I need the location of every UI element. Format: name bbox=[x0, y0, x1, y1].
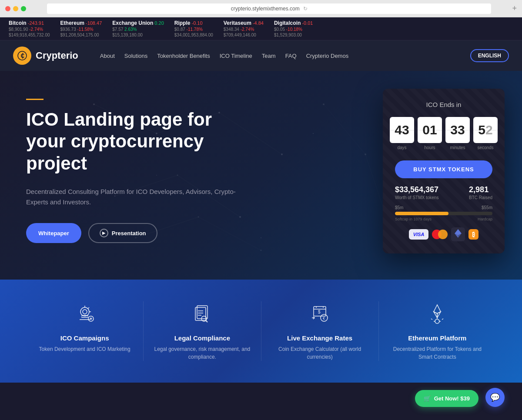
hero-accent-line bbox=[26, 99, 44, 100]
close-button[interactable] bbox=[5, 6, 10, 11]
countdown-days-box: 43 bbox=[390, 117, 414, 143]
feature-desc-ethereum: Decentralized Platform for Tokens and Sm… bbox=[388, 345, 487, 361]
nav-solutions[interactable]: Solutions bbox=[124, 53, 147, 59]
feature-title-exchange: Live Exchange Rates bbox=[270, 334, 370, 342]
mastercard-badge bbox=[432, 230, 448, 239]
presentation-button[interactable]: ▶ Presentation bbox=[88, 223, 157, 243]
coin-price-veritaseum: $348.34 -2.74% bbox=[224, 27, 264, 32]
coin-name-digitalcoin: Digitalcoin bbox=[274, 20, 301, 26]
ticker-exchange-union: Exchange Union 0.20 $7.57 2.63% $15,139,… bbox=[112, 20, 164, 37]
countdown-seconds-label: seconds bbox=[473, 145, 498, 150]
svg-point-22 bbox=[261, 250, 262, 251]
ticker-digitalcoin: Digitalcoin -0.01 $0.05 -10.18% $1,529,9… bbox=[274, 20, 313, 37]
logo-area[interactable]: ₵ Crypterio bbox=[13, 47, 78, 65]
svg-line-31 bbox=[88, 307, 89, 309]
nav-tokenholder[interactable]: Tokenholder Benefits bbox=[157, 53, 210, 59]
coin-volume-bitcoin: $149,918,455,732.00 bbox=[9, 33, 50, 37]
feature-desc-legal: Legal governance, risk management, and c… bbox=[152, 345, 252, 361]
coin-volume-digitalcoin: $1,529,903.00 bbox=[274, 33, 313, 37]
svg-line-43 bbox=[206, 320, 207, 322]
feature-ico-campaigns: ICO Campaigns Token Development and ICO … bbox=[26, 301, 144, 361]
hero-buttons: Whitepaper ▶ Presentation bbox=[26, 223, 252, 243]
stat-btc-label: BTC Raised bbox=[469, 195, 492, 200]
features-section: ICO Campaigns Token Development and ICO … bbox=[0, 280, 522, 383]
coin-price-eu: $7.57 2.63% bbox=[112, 27, 164, 32]
nav-about[interactable]: About bbox=[100, 53, 115, 59]
coin-price-digitalcoin: $0.05 -10.18% bbox=[274, 27, 313, 32]
ico-card-title: ICO Ends in bbox=[395, 101, 492, 108]
whitepaper-button[interactable]: Whitepaper bbox=[26, 223, 81, 243]
chat-button[interactable]: 💬 bbox=[485, 388, 505, 407]
svg-point-28 bbox=[83, 310, 87, 314]
get-now-button[interactable]: 🛒 Get Now! $39 bbox=[415, 390, 478, 407]
countdown-seconds-box: 52 bbox=[473, 117, 498, 143]
svg-point-55 bbox=[435, 319, 439, 323]
feature-desc-campaigns: Token Development and ICO Marketing bbox=[35, 345, 134, 353]
svg-line-59 bbox=[442, 319, 443, 320]
feature-title-ethereum: Ethereum Platform bbox=[388, 334, 487, 342]
nav-ico-timeline[interactable]: ICO Timeline bbox=[220, 53, 252, 59]
hero-section: ICO Landing page for your cryptocurrency… bbox=[0, 71, 522, 280]
svg-marker-53 bbox=[434, 312, 437, 318]
mastercard-circle-right bbox=[438, 230, 448, 239]
play-icon: ▶ bbox=[100, 229, 108, 237]
countdown-seconds: 52 seconds bbox=[473, 117, 498, 150]
coin-volume-ethereum: $91,208,504,175.00 bbox=[60, 33, 102, 37]
legal-icon bbox=[189, 301, 215, 327]
feature-desc-exchange: Coin Exchange Calculator (all world curr… bbox=[270, 345, 370, 361]
logo-icon: ₵ bbox=[13, 47, 31, 65]
nav-links: About Solutions Tokenholder Benefits ICO… bbox=[100, 53, 462, 59]
coin-name-ethereum: Ethereum bbox=[60, 20, 84, 26]
countdown-minutes-label: minutes bbox=[445, 145, 470, 150]
ico-stats-row: $33,564,367 Worth of STMX tokens 2,981 B… bbox=[395, 185, 492, 200]
hero-content: ICO Landing page for your cryptocurrency… bbox=[26, 99, 252, 243]
nav-faq[interactable]: FAQ bbox=[285, 53, 297, 59]
maximize-button[interactable] bbox=[21, 6, 26, 11]
countdown-timer: 43 days 01 hours 33 minutes 52 se bbox=[395, 117, 492, 150]
countdown-hours: 01 hours bbox=[418, 117, 442, 150]
countdown-hours-label: hours bbox=[418, 145, 442, 150]
softcap-label: $5m bbox=[395, 205, 403, 210]
ethereum-platform-icon bbox=[424, 301, 450, 327]
nav-demos[interactable]: Crypterio Demos bbox=[306, 53, 349, 59]
buy-tokens-button[interactable]: BUY STMX TOKENS bbox=[395, 160, 492, 178]
stat-tokens-value: $33,564,367 bbox=[395, 185, 438, 194]
hero-subtitle: Decentralized Consulting Platform for IC… bbox=[26, 187, 252, 207]
coin-change-eu: 0.20 bbox=[154, 20, 164, 26]
svg-line-8 bbox=[324, 104, 365, 154]
feature-exchange-rates: $ € Live Exchange Rates Coin Exchange Ca… bbox=[261, 301, 379, 361]
countdown-days-label: days bbox=[390, 145, 414, 150]
payment-methods: VISA ₿ bbox=[395, 227, 492, 241]
svg-text:₵: ₵ bbox=[20, 52, 24, 59]
coin-name-ripple: Ripple bbox=[174, 20, 191, 26]
bitcoin-badge: ₿ bbox=[468, 229, 478, 240]
ticker-ripple: Ripple -0.10 $0.87 -11.78% $34,001,953,8… bbox=[174, 20, 213, 37]
coin-price-ripple: $0.87 -11.78% bbox=[174, 27, 213, 32]
coin-price-bitcoin: $8,901.90 -2.74% bbox=[9, 27, 50, 32]
coin-name-eu: Exchange Union bbox=[112, 20, 153, 26]
progress-bar-fill bbox=[395, 212, 448, 215]
cta-label: Get Now! $39 bbox=[434, 395, 470, 402]
browser-chrome: crypterio.stylemixthemes.com ↻ + bbox=[0, 0, 522, 17]
new-tab-button[interactable]: + bbox=[512, 4, 517, 13]
softcap-sublabel: Softcap in 1079 days bbox=[395, 217, 432, 221]
countdown-minutes-box: 33 bbox=[445, 117, 470, 143]
ticker-bar: Bitcoin -243.91 $8,901.90 -2.74% $149,91… bbox=[0, 17, 522, 40]
campaign-icon bbox=[72, 301, 98, 327]
nav-team[interactable]: Team bbox=[262, 53, 276, 59]
language-button[interactable]: ENGLISH bbox=[470, 49, 509, 62]
reload-icon[interactable]: ↻ bbox=[303, 6, 308, 12]
hardcap-label: $55m bbox=[482, 205, 492, 210]
stat-tokens: $33,564,367 Worth of STMX tokens bbox=[395, 185, 438, 200]
ticker-veritaseum: Veritaseum -4.84 $348.34 -2.74% $709,449… bbox=[224, 20, 264, 37]
ethereum-badge bbox=[451, 227, 465, 241]
minimize-button[interactable] bbox=[13, 6, 18, 11]
address-bar[interactable]: crypterio.stylemixthemes.com ↻ bbox=[47, 3, 491, 14]
feature-ethereum-platform: Ethereum Platform Decentralized Platform… bbox=[379, 301, 496, 361]
svg-point-20 bbox=[365, 153, 366, 155]
svg-point-13 bbox=[281, 153, 283, 155]
stat-tokens-label: Worth of STMX tokens bbox=[395, 195, 438, 200]
cart-icon: 🛒 bbox=[424, 395, 431, 402]
ticker-ethereum: Ethereum -108.47 $936.73 -11.58% $91,208… bbox=[60, 20, 102, 37]
coin-volume-eu: $15,139,180.00 bbox=[112, 33, 164, 37]
